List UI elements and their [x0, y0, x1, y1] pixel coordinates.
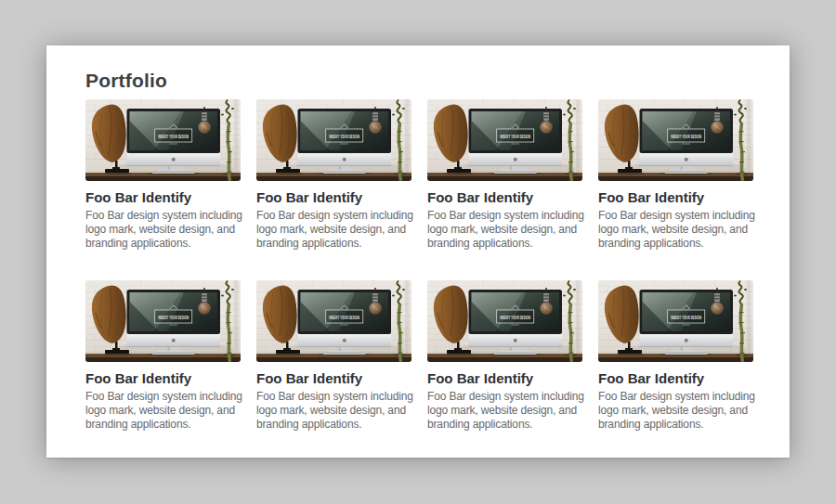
portfolio-thumbnail[interactable]: [598, 99, 753, 181]
portfolio-thumbnail[interactable]: [598, 280, 753, 362]
portfolio-item-description: Foo Bar design system including logo mar…: [427, 390, 590, 432]
portfolio-thumbnail[interactable]: [427, 99, 582, 181]
portfolio-item-description: Foo Bar design system including logo mar…: [85, 390, 248, 432]
page-title: Portfolio: [85, 69, 754, 93]
portfolio-item[interactable]: Foo Bar Identify Foo Bar design system i…: [598, 99, 753, 251]
portfolio-thumbnail[interactable]: [427, 280, 582, 362]
portfolio-item-title: Foo Bar Identify: [598, 370, 753, 387]
portfolio-item-description: Foo Bar design system including logo mar…: [85, 209, 248, 251]
portfolio-thumbnail[interactable]: [256, 280, 411, 362]
portfolio-item[interactable]: Foo Bar Identify Foo Bar design system i…: [598, 280, 753, 432]
portfolio-item-title: Foo Bar Identify: [598, 189, 753, 206]
portfolio-panel: Portfolio Foo Bar Identify Foo Bar desig…: [46, 45, 790, 458]
portfolio-item[interactable]: Foo Bar Identify Foo Bar design system i…: [427, 280, 582, 432]
portfolio-image: [256, 280, 411, 362]
portfolio-image: [85, 99, 241, 181]
portfolio-item-title: Foo Bar Identify: [256, 189, 411, 206]
portfolio-item[interactable]: Foo Bar Identify Foo Bar design system i…: [85, 280, 241, 432]
portfolio-image: [598, 280, 753, 362]
portfolio-image: [427, 280, 582, 362]
portfolio-grid: Foo Bar Identify Foo Bar design system i…: [85, 99, 754, 432]
portfolio-thumbnail[interactable]: [85, 99, 241, 181]
portfolio-item-description: Foo Bar design system including logo mar…: [598, 390, 761, 432]
portfolio-image: [427, 99, 582, 181]
portfolio-image: [85, 280, 241, 362]
portfolio-item[interactable]: Foo Bar Identify Foo Bar design system i…: [85, 99, 241, 251]
portfolio-item[interactable]: Foo Bar Identify Foo Bar design system i…: [427, 99, 582, 251]
portfolio-item[interactable]: Foo Bar Identify Foo Bar design system i…: [256, 280, 411, 432]
portfolio-item-description: Foo Bar design system including logo mar…: [598, 209, 761, 251]
portfolio-item-description: Foo Bar design system including logo mar…: [256, 390, 419, 432]
portfolio-thumbnail[interactable]: [256, 99, 411, 181]
portfolio-item-title: Foo Bar Identify: [85, 370, 241, 387]
portfolio-thumbnail[interactable]: [85, 280, 241, 362]
portfolio-image: [598, 99, 753, 181]
portfolio-item-title: Foo Bar Identify: [256, 370, 411, 387]
portfolio-image: [256, 99, 411, 181]
portfolio-item-title: Foo Bar Identify: [427, 370, 582, 387]
portfolio-item-title: Foo Bar Identify: [85, 189, 241, 206]
portfolio-item-description: Foo Bar design system including logo mar…: [256, 209, 419, 251]
portfolio-item-description: Foo Bar design system including logo mar…: [427, 209, 590, 251]
portfolio-item[interactable]: Foo Bar Identify Foo Bar design system i…: [256, 99, 411, 251]
portfolio-item-title: Foo Bar Identify: [427, 189, 582, 206]
